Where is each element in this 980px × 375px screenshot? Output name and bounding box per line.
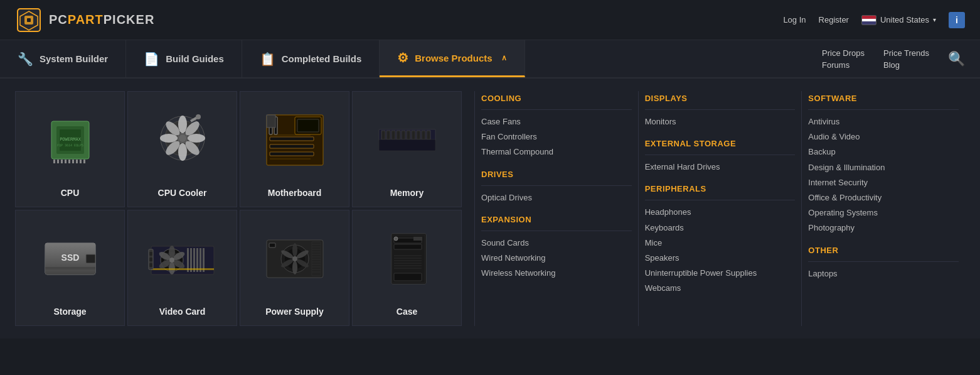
price-trends-link[interactable]: Price Trends <box>883 48 929 58</box>
operating-systems-link[interactable]: Operating Systems <box>808 207 959 219</box>
svg-rect-49 <box>407 131 410 139</box>
svg-rect-112 <box>394 273 422 281</box>
fan-controllers-link[interactable]: Fan Controllers <box>481 131 632 143</box>
browse-products-dropdown: POWERMAX FQP 3614 EQLP5 CPU <box>0 78 980 339</box>
external-storage-group: External Storage External Hard Drives <box>645 139 796 173</box>
nav-item-build-guides[interactable]: 📄 Build Guides <box>126 40 242 77</box>
nav-right: Price Drops Price Trends Forums Blog 🔍 <box>822 48 980 70</box>
svg-rect-82 <box>149 263 152 267</box>
product-card-power-supply[interactable]: Power Supply <box>240 210 349 326</box>
cpu-image: POWERMAX FQP 3614 EQLP5 <box>16 92 124 188</box>
gear-icon: ⚙ <box>397 50 408 65</box>
product-card-motherboard[interactable]: Motherboard <box>240 91 349 207</box>
sound-cards-link[interactable]: Sound Cards <box>481 237 632 249</box>
register-link[interactable]: Register <box>819 15 849 24</box>
svg-rect-37 <box>297 119 319 132</box>
wired-networking-link[interactable]: Wired Networking <box>481 253 632 264</box>
forums-link[interactable]: Forums <box>822 60 865 70</box>
category-column-2: Displays Monitors External Storage Exter… <box>638 91 802 326</box>
nav-item-browse-products[interactable]: ⚙ Browse Products ∧ <box>380 40 525 77</box>
design-illumination-link[interactable]: Design & Illumination <box>808 162 959 173</box>
svg-point-71 <box>169 258 174 263</box>
top-bar: PCPARTPICKER Log In Register United Stat… <box>0 0 980 40</box>
price-drops-link[interactable]: Price Drops <box>822 48 865 58</box>
svg-rect-13 <box>76 160 78 163</box>
product-card-video-card[interactable]: Video Card <box>127 210 237 326</box>
product-label-storage: Storage <box>53 307 86 317</box>
svg-rect-93 <box>269 243 275 247</box>
svg-rect-61 <box>45 267 95 269</box>
photography-link[interactable]: Photography <box>808 222 959 234</box>
product-label-motherboard: Motherboard <box>268 188 322 198</box>
backup-link[interactable]: Backup <box>808 146 959 158</box>
svg-point-29 <box>179 134 186 142</box>
other-heading: Other <box>808 246 959 255</box>
cooling-group: Cooling Case Fans Fan Controllers Therma… <box>481 94 632 158</box>
svg-point-92 <box>292 256 297 261</box>
product-card-memory[interactable]: Memory <box>352 91 462 207</box>
info-button[interactable]: i <box>949 12 965 28</box>
mice-link[interactable]: Mice <box>645 237 796 249</box>
displays-group: Displays Monitors <box>645 94 796 128</box>
logo-text: PCPARTPICKER <box>49 13 154 27</box>
logo-picker: PICKER <box>104 13 155 26</box>
product-card-cpu-cooler[interactable]: CPU Cooler <box>127 91 237 207</box>
category-column-3: Software Antivirus Audio & Video Backup … <box>801 91 965 326</box>
product-card-cpu[interactable]: POWERMAX FQP 3614 EQLP5 CPU <box>15 91 125 207</box>
svg-rect-7 <box>53 160 55 163</box>
power-supply-image <box>240 210 349 307</box>
search-button[interactable]: 🔍 <box>948 51 965 67</box>
login-link[interactable]: Log In <box>783 15 806 24</box>
product-label-memory: Memory <box>390 188 424 198</box>
ups-link[interactable]: Uninterruptible Power Supplies <box>645 268 796 279</box>
svg-rect-51 <box>417 131 420 139</box>
nav-label-build-guides: Build Guides <box>166 53 224 64</box>
product-label-case: Case <box>397 307 417 317</box>
blog-link[interactable]: Blog <box>883 60 929 70</box>
optical-drives-link[interactable]: Optical Drives <box>481 192 632 204</box>
svg-rect-12 <box>72 160 74 163</box>
svg-rect-14 <box>80 160 82 163</box>
svg-point-114 <box>394 237 398 241</box>
audio-video-link[interactable]: Audio & Video <box>808 131 959 143</box>
svg-text:FQP 3614 EQLP5: FQP 3614 EQLP5 <box>56 143 83 147</box>
webcams-link[interactable]: Webcams <box>645 283 796 294</box>
headphones-link[interactable]: Headphones <box>645 207 796 218</box>
nav-bar: 🔧 System Builder 📄 Build Guides 📋 Comple… <box>0 40 980 78</box>
country-selector[interactable]: United States ▾ <box>861 15 936 25</box>
internet-security-link[interactable]: Internet Security <box>808 177 959 188</box>
svg-rect-60 <box>86 254 95 263</box>
video-card-image <box>128 210 237 307</box>
antivirus-link[interactable]: Antivirus <box>808 116 959 128</box>
nav-label-browse-products: Browse Products <box>415 53 492 63</box>
nav-item-completed-builds[interactable]: 📋 Completed Builds <box>242 40 380 77</box>
external-hard-drives-link[interactable]: External Hard Drives <box>645 161 796 173</box>
speakers-link[interactable]: Speakers <box>645 253 796 264</box>
nav-label-completed-builds: Completed Builds <box>282 53 362 64</box>
svg-rect-33 <box>270 137 314 141</box>
laptops-link[interactable]: Laptops <box>808 268 959 280</box>
software-heading: Software <box>808 94 959 103</box>
svg-rect-40 <box>267 115 275 128</box>
monitors-link[interactable]: Monitors <box>645 116 796 128</box>
svg-rect-80 <box>149 252 152 256</box>
keyboards-link[interactable]: Keyboards <box>645 222 796 234</box>
product-grid: POWERMAX FQP 3614 EQLP5 CPU <box>15 91 462 326</box>
nav-items: 🔧 System Builder 📄 Build Guides 📋 Comple… <box>0 40 525 77</box>
thermal-compound-link[interactable]: Thermal Compound <box>481 146 632 158</box>
storage-image: SSD <box>16 210 124 307</box>
svg-rect-113 <box>413 237 422 241</box>
office-productivity-link[interactable]: Office & Productivity <box>808 192 959 204</box>
case-fans-link[interactable]: Case Fans <box>481 116 632 128</box>
svg-rect-53 <box>427 131 430 139</box>
wireless-networking-link[interactable]: Wireless Networking <box>481 268 632 279</box>
nav-item-system-builder[interactable]: 🔧 System Builder <box>0 40 126 77</box>
product-card-case[interactable]: Case <box>352 210 462 326</box>
external-storage-heading: External Storage <box>645 139 796 148</box>
product-label-cpu: CPU <box>61 188 80 198</box>
logo-part: PART <box>68 13 104 26</box>
logo-pc: PC <box>49 13 68 26</box>
logo[interactable]: PCPARTPICKER <box>15 6 154 34</box>
product-card-storage[interactable]: SSD Storage <box>15 210 125 326</box>
case-image <box>353 210 461 307</box>
